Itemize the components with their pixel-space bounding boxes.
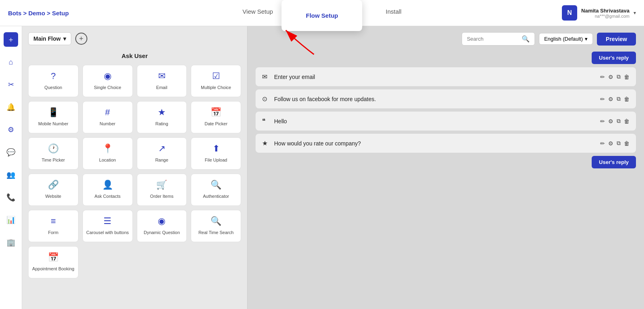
language-label: English (Default) (544, 36, 583, 42)
users-reply-button-1[interactable]: User's reply (592, 52, 636, 64)
flow-item-1-text: Follow us on facebook for more updates. (274, 96, 596, 102)
ask-user-title: Ask User (28, 52, 241, 59)
authenticator-icon: 🔍 (211, 180, 221, 190)
flow-item-1: ⊙Follow us on facebook for more updates.… (256, 89, 636, 108)
grid-item-time-picker[interactable]: 🕐Time Picker (28, 137, 78, 170)
content-area: 🔍 English (Default) ▾ Preview User's rep… (248, 26, 644, 309)
rating-icon: ★ (158, 107, 166, 118)
real-time-search-label: Real Time Search (198, 230, 233, 235)
grid-items: ?Question◉Single Choice✉Email☑Multiple C… (28, 65, 241, 278)
users-reply-button-2[interactable]: User's reply (592, 156, 636, 168)
grid-item-multiple-choice[interactable]: ☑Multiple Choice (191, 65, 241, 97)
grid-item-mobile[interactable]: 📱Mobile Number (28, 101, 78, 133)
carousel-icon: ☰ (103, 216, 111, 226)
left-panel: Main Flow ▾ + Ask User ?Question◉Single … (22, 26, 248, 309)
grid-item-single-choice[interactable]: ◉Single Choice (83, 65, 133, 97)
grid-item-file-upload[interactable]: ⬆File Upload (191, 137, 241, 170)
question-label: Question (44, 85, 62, 90)
email-label: Email (156, 85, 167, 90)
grid-item-carousel[interactable]: ☰Carousel with buttons (83, 210, 133, 242)
flow-item-0-actions: ✏⚙⧉🗑 (600, 73, 630, 80)
flow-item-3-text: How would you rate our company? (274, 140, 596, 147)
nav-tabs: View Setup Flow Setup Install (227, 0, 418, 24)
grid-item-form[interactable]: ≡Form (28, 210, 78, 242)
range-label: Range (155, 157, 168, 163)
avatar: N (562, 5, 577, 21)
sidebar-icon-add[interactable]: ＋ (4, 32, 18, 47)
action-1-icon[interactable]: ⚙ (608, 96, 613, 102)
grid-item-date-picker[interactable]: 📅Date Picker (191, 101, 241, 133)
appointment-icon: 📅 (48, 252, 59, 263)
chevron-down-icon[interactable]: ▾ (634, 10, 636, 16)
grid-item-ask-contacts[interactable]: 👤Ask Contacts (83, 174, 133, 206)
single-choice-icon: ◉ (104, 71, 111, 81)
date-picker-icon: 📅 (211, 107, 221, 118)
grid-item-rating[interactable]: ★Rating (137, 101, 187, 133)
flow-item-3-actions: ✏⚙⧉🗑 (600, 140, 630, 147)
language-select[interactable]: English (Default) ▾ (539, 33, 593, 45)
action-0-icon[interactable]: ✏ (600, 74, 605, 80)
number-label: Number (100, 121, 116, 127)
sidebar-icon-building[interactable]: 🏢 (4, 235, 18, 250)
grid-item-email[interactable]: ✉Email (137, 65, 187, 97)
sidebar-icon-whatsapp[interactable]: 📞 (4, 190, 18, 205)
top-nav: Bots > Demo > Setup View Setup Flow Setu… (0, 0, 644, 26)
sidebar-icon-users[interactable]: 👥 (4, 168, 18, 182)
website-label: Website (45, 193, 62, 199)
appointment-label: Appointment Booking (32, 266, 74, 272)
user-name: Namita Shrivastava (581, 8, 630, 14)
flow-item-0: ✉Enter your email✏⚙⧉🗑 (256, 67, 636, 86)
file-upload-label: File Upload (205, 157, 227, 163)
action-2-icon[interactable]: ⧉ (617, 140, 621, 147)
mobile-label: Mobile Number (38, 121, 68, 127)
flow-items-container: User's reply✉Enter your email✏⚙⧉🗑⊙Follow… (256, 52, 636, 168)
sidebar-icon-home[interactable]: ⌂ (4, 55, 18, 69)
sidebar-icon-chart[interactable]: 📊 (4, 213, 18, 227)
location-label: Location (99, 157, 116, 163)
flow-item-0-icon: ✉ (262, 73, 270, 81)
action-3-icon[interactable]: 🗑 (624, 118, 630, 124)
tab-install[interactable]: Install (369, 0, 417, 24)
file-upload-icon: ⬆ (213, 143, 220, 154)
preview-button[interactable]: Preview (597, 33, 636, 46)
tab-flow-setup[interactable]: Flow Setup (282, 4, 362, 27)
sidebar-icon-tools[interactable]: ✂ (4, 77, 18, 92)
action-3-icon[interactable]: 🗑 (624, 74, 630, 80)
sidebar-icon-bell[interactable]: 🔔 (4, 100, 18, 114)
tab-view-setup[interactable]: View Setup (227, 0, 289, 24)
date-picker-label: Date Picker (204, 121, 227, 127)
action-3-icon[interactable]: 🗑 (624, 96, 630, 102)
grid-item-order-items[interactable]: 🛒Order Items (137, 174, 187, 206)
main-layout: ＋ ⌂ ✂ 🔔 ⚙ 💬 👥 📞 📊 🏢 Main Flow ▾ + Ask Us… (0, 26, 644, 309)
sidebar-icon-chat[interactable]: 💬 (4, 145, 18, 160)
action-2-icon[interactable]: ⧉ (617, 73, 621, 80)
action-1-icon[interactable]: ⚙ (608, 140, 613, 147)
email-icon: ✉ (158, 71, 165, 81)
action-2-icon[interactable]: ⧉ (617, 95, 621, 102)
flow-select[interactable]: Main Flow ▾ (28, 32, 71, 45)
flow-item-1-icon: ⊙ (262, 95, 270, 103)
search-icon: 🔍 (522, 35, 530, 43)
grid-item-location[interactable]: 📍Location (83, 137, 133, 170)
grid-item-number[interactable]: #Number (83, 101, 133, 133)
action-0-icon[interactable]: ✏ (600, 96, 605, 102)
action-3-icon[interactable]: 🗑 (624, 140, 630, 147)
action-1-icon[interactable]: ⚙ (608, 74, 613, 80)
action-2-icon[interactable]: ⧉ (617, 118, 621, 124)
grid-item-question[interactable]: ?Question (28, 65, 78, 97)
action-0-icon[interactable]: ✏ (600, 140, 605, 147)
add-flow-button[interactable]: + (75, 33, 87, 45)
action-0-icon[interactable]: ✏ (600, 118, 605, 124)
panel-header: Main Flow ▾ + (28, 32, 241, 45)
search-input[interactable] (467, 36, 519, 42)
lang-chevron-icon: ▾ (585, 36, 588, 42)
sidebar-icon-settings[interactable]: ⚙ (4, 122, 18, 137)
grid-item-range[interactable]: ↗Range (137, 137, 187, 170)
grid-item-appointment[interactable]: 📅Appointment Booking (28, 246, 78, 278)
action-1-icon[interactable]: ⚙ (608, 118, 613, 124)
grid-item-real-time-search[interactable]: 🔍Real Time Search (191, 210, 241, 242)
grid-item-dynamic-question[interactable]: ◉Dynamic Question (137, 210, 187, 242)
dynamic-question-icon: ◉ (158, 216, 165, 226)
grid-item-authenticator[interactable]: 🔍Authenticator (191, 174, 241, 206)
grid-item-website[interactable]: 🔗Website (28, 174, 78, 206)
